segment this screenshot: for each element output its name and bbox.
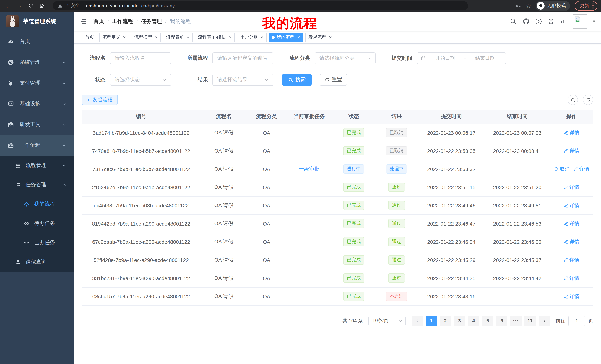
sidebar-item-payment[interactable]: 支付管理	[0, 73, 74, 94]
next-page-button[interactable]	[539, 316, 550, 326]
app-window: 芋道管理系统 首页 系统管理	[0, 11, 601, 364]
tab-close-icon[interactable]: ×	[186, 35, 189, 40]
security-label[interactable]: 不安全	[66, 3, 80, 9]
browser-menu-icon[interactable]	[592, 3, 594, 8]
browser-update-button[interactable]: 更新	[575, 1, 597, 10]
action-label: 详情	[570, 184, 580, 191]
tab-close-icon[interactable]: ×	[329, 35, 332, 40]
page-button-3[interactable]: 3	[454, 316, 465, 326]
result-badge: 已取消	[386, 128, 407, 137]
sidebar-item-process-management[interactable]: 流程管理	[0, 156, 74, 175]
toggle-search-button[interactable]	[568, 95, 578, 105]
sidebar-item-todo-tasks[interactable]: 待办任务	[0, 214, 74, 233]
breadcrumb-item[interactable]: 任务管理	[141, 18, 162, 25]
search-icon[interactable]	[510, 18, 517, 25]
tab-流程定义[interactable]: 流程定义×	[99, 32, 129, 42]
tab-close-icon[interactable]: ×	[155, 35, 158, 40]
current-task-link[interactable]: 一级审批	[299, 166, 320, 172]
submit-time-label: 提交时间	[389, 55, 412, 62]
calendar-icon	[421, 56, 426, 61]
password-key-icon[interactable]	[515, 2, 521, 9]
browser-back-button[interactable]: ←	[4, 1, 13, 10]
search-button[interactable]: 搜索	[282, 74, 312, 86]
sidebar-item-infrastructure[interactable]: 基础设施	[0, 94, 74, 114]
table-row: 7317cec6-7b9b-11ec-b5b7-acde48001122 OA …	[82, 160, 593, 178]
tab-首页[interactable]: 首页	[82, 32, 97, 42]
help-icon[interactable]: ?	[536, 18, 541, 24]
tab-用户分组[interactable]: 用户分组×	[237, 32, 267, 42]
sidebar-item-task-management[interactable]: 任务管理	[0, 175, 74, 194]
tab-close-icon[interactable]: ×	[297, 35, 300, 40]
create-process-label: 发起流程	[92, 96, 112, 103]
detail-action-link[interactable]: 详情	[563, 275, 580, 281]
detail-action-link[interactable]: 详情	[563, 184, 580, 191]
app-logo[interactable]: 芋道管理系统	[0, 11, 74, 31]
sidebar-item-my-process[interactable]: 我的流程	[0, 194, 74, 214]
pager: 123456···11	[424, 316, 537, 326]
tab-发起流程[interactable]: 发起流程×	[305, 32, 335, 42]
page-button-5[interactable]: 5	[482, 316, 493, 326]
page-button-6[interactable]: 6	[496, 316, 507, 326]
detail-action-link[interactable]: 详情	[563, 257, 580, 263]
detail-action-link[interactable]: 详情	[563, 220, 580, 227]
url-host: dashboard.yudao.iocoder.cn	[86, 3, 146, 8]
detail-action-link[interactable]: 详情	[573, 166, 589, 172]
detail-action-link[interactable]: 详情	[563, 238, 580, 245]
page-button-4[interactable]: 4	[468, 316, 479, 326]
cancel-action-link[interactable]: 取消	[554, 166, 570, 172]
tab-close-icon[interactable]: ×	[229, 35, 232, 40]
sidebar-item-done-tasks[interactable]: 已办任务	[0, 233, 74, 252]
github-icon[interactable]	[523, 18, 530, 25]
status-select[interactable]: 请选择状态	[110, 74, 171, 86]
tab-流程表单-编辑[interactable]: 流程表单-编辑×	[195, 32, 235, 42]
date-start-input[interactable]: 开始日期	[428, 55, 462, 62]
create-process-button[interactable]: + 发起流程	[82, 95, 118, 105]
tab-流程表单[interactable]: 流程表单×	[163, 32, 193, 42]
sidebar-item-system[interactable]: 系统管理	[0, 52, 74, 73]
tab-我的流程[interactable]: 我的流程×	[269, 32, 303, 42]
avatar-caret-icon[interactable]: ▾	[593, 19, 595, 24]
sidebar-item-home[interactable]: 首页	[0, 31, 74, 52]
sidebar-item-workflow[interactable]: 工作流程	[0, 135, 74, 156]
prev-page-button[interactable]	[411, 316, 423, 326]
detail-action-link[interactable]: 详情	[563, 129, 580, 136]
refresh-table-button[interactable]	[583, 95, 593, 105]
breadcrumb-item[interactable]: 工作流程	[112, 18, 133, 25]
sidebar-item-label: 待办任务	[34, 220, 55, 227]
result-select[interactable]: 请选择流结果	[212, 74, 273, 86]
page-button-2[interactable]: 2	[440, 316, 451, 326]
tab-close-icon[interactable]: ×	[123, 35, 126, 40]
category-select[interactable]: 请选择流程分类	[315, 52, 376, 64]
goto-page-input[interactable]: 1	[568, 316, 585, 326]
detail-action-link[interactable]: 详情	[563, 147, 580, 154]
search-icon	[570, 97, 575, 102]
reload-icon	[28, 3, 33, 9]
parent-process-input[interactable]: 请输入流程定义的编号	[212, 52, 273, 64]
bookmark-star-icon[interactable]: ☆	[526, 3, 531, 9]
browser-forward-button[interactable]: →	[15, 1, 24, 10]
breadcrumb-item[interactable]: 首页	[94, 18, 104, 25]
tab-流程模型[interactable]: 流程模型×	[131, 32, 161, 42]
eye-closed-icon	[23, 239, 30, 246]
pages-ellipsis[interactable]: ···	[510, 316, 521, 326]
page-size-select[interactable]: 10条/页	[369, 316, 406, 326]
sidebar-collapse-icon[interactable]	[80, 18, 87, 25]
date-range-picker[interactable]: 开始日期 - 结束日期	[417, 52, 506, 64]
address-bar[interactable]: 不安全 dashboard.yudao.iocoder.cn/bpm/task/…	[53, 1, 468, 10]
browser-home-button[interactable]	[37, 1, 46, 10]
reset-button[interactable]: 重置	[320, 74, 347, 86]
sidebar-item-devtools[interactable]: 研发工具	[0, 114, 74, 135]
action-label: 详情	[570, 129, 580, 136]
page-button-1[interactable]: 1	[426, 316, 437, 326]
avatar[interactable]	[573, 14, 587, 29]
tab-close-icon[interactable]: ×	[260, 35, 263, 40]
fullscreen-icon[interactable]	[548, 18, 555, 25]
detail-action-link[interactable]: 详情	[563, 293, 580, 300]
process-name-input[interactable]: 请输入流程名	[110, 52, 171, 64]
page-button-11[interactable]: 11	[524, 316, 536, 326]
detail-action-link[interactable]: 详情	[563, 202, 580, 209]
sidebar-item-leave-query[interactable]: 请假查询	[0, 252, 74, 272]
date-end-input[interactable]: 结束日期	[468, 55, 502, 62]
font-size-icon[interactable]: тT	[561, 18, 566, 24]
browser-reload-button[interactable]	[26, 1, 35, 10]
